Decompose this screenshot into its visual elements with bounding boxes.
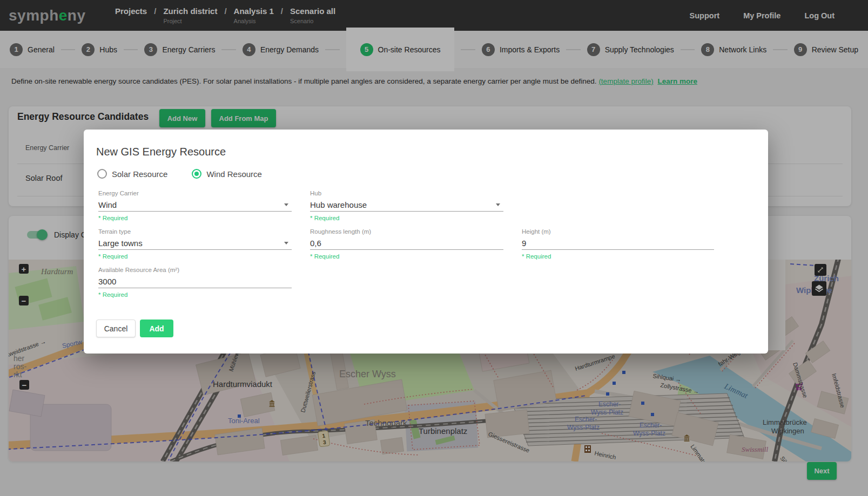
chevron-down-icon	[284, 242, 288, 244]
field-label: Hub	[310, 190, 503, 196]
app-window: sympheny Projects / Zurich district Proj…	[0, 0, 868, 496]
roughness-length-field: Roughness length (m) 0,6 * Required	[310, 228, 503, 260]
add-button[interactable]: Add	[140, 320, 173, 337]
energy-carrier-field: Energy Carrier Wind * Required	[98, 190, 292, 221]
required-hint: * Required	[98, 253, 292, 260]
required-hint: * Required	[98, 215, 292, 221]
cancel-button[interactable]: Cancel	[96, 320, 136, 337]
required-hint: * Required	[522, 253, 714, 260]
field-label: Energy Carrier	[98, 190, 292, 196]
field-label: Terrain type	[98, 228, 292, 235]
wind-resource-radio[interactable]: Wind Resource	[192, 169, 262, 179]
field-label: Available Resource Area (m²)	[98, 267, 292, 273]
height-field: Height (m) 9 * Required	[522, 228, 714, 260]
terrain-type-select[interactable]: Large towns	[98, 237, 292, 250]
hub-select[interactable]: Hub warehouse	[310, 199, 503, 212]
hub-field: Hub Hub warehouse * Required	[310, 190, 503, 221]
solar-resource-radio[interactable]: Solar Resource	[97, 169, 167, 179]
field-label: Roughness length (m)	[310, 228, 503, 235]
new-gis-energy-resource-dialog: New GIS Energy Resource Solar Resource W…	[84, 130, 768, 354]
energy-carrier-select[interactable]: Wind	[98, 199, 292, 212]
chevron-down-icon	[496, 203, 500, 206]
required-hint: * Required	[310, 253, 503, 260]
required-hint: * Required	[98, 291, 292, 298]
available-resource-area-field: Available Resource Area (m²) 3000 * Requ…	[98, 267, 292, 298]
chevron-down-icon	[284, 203, 288, 206]
dialog-title: New GIS Energy Resource	[96, 146, 226, 158]
terrain-type-field: Terrain type Large towns * Required	[98, 228, 292, 260]
available-resource-area-input[interactable]: 3000	[98, 275, 292, 288]
field-label: Height (m)	[522, 228, 714, 235]
radio-icon	[97, 169, 107, 179]
height-input[interactable]: 9	[522, 237, 714, 250]
resource-type-radio-group: Solar Resource Wind Resource	[97, 169, 262, 179]
radio-checked-icon	[192, 169, 201, 179]
roughness-length-input[interactable]: 0,6	[310, 237, 503, 250]
required-hint: * Required	[310, 215, 503, 221]
